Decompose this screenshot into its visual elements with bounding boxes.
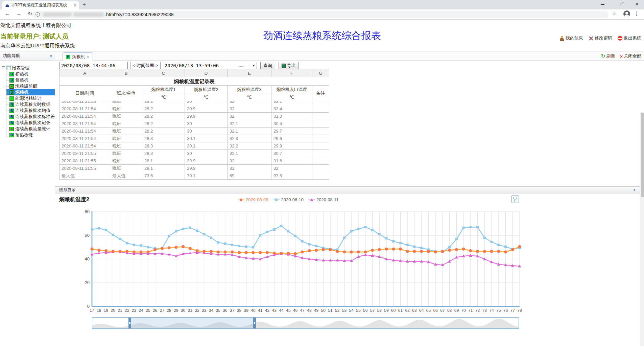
logout-link[interactable]: 退出系统 <box>618 35 641 41</box>
brush-selected-range[interactable] <box>130 318 255 328</box>
table-cell: 2020-08-11 21:54 <box>59 135 110 142</box>
tab-close-icon[interactable]: × <box>87 54 90 60</box>
change-password-link[interactable]: 修改密码 <box>589 35 612 41</box>
end-time-input[interactable] <box>163 62 233 69</box>
report-node-icon <box>9 96 14 101</box>
my-info-label: 我的信息 <box>566 35 583 41</box>
person-icon <box>559 36 564 41</box>
tree-expander-icon[interactable] <box>2 66 5 69</box>
table-row: 2020-08-11 21:55晚班28.33032.130.7 <box>59 150 329 157</box>
start-time-input[interactable] <box>59 62 128 69</box>
sidebar-item[interactable]: B预热板链 <box>6 132 55 138</box>
forward-icon[interactable]: → <box>16 10 22 17</box>
close-all-button[interactable]: × 关闭全部 <box>620 53 641 59</box>
interval-dropdown[interactable]: ...... ▼ <box>236 62 257 69</box>
table-cell: 29.9 <box>185 105 228 113</box>
tree-root-report-management[interactable]: 报表管理 <box>2 65 55 71</box>
sidebar-item[interactable]: 连续蒸粮流量统计 <box>6 126 55 132</box>
scrollbar-thumb[interactable] <box>641 113 644 197</box>
table-cell: 晚班 <box>110 128 142 135</box>
time-range-label: <-时间范围-> <box>130 62 161 69</box>
brush-right-handle[interactable] <box>253 318 256 328</box>
svg-text:41: 41 <box>258 308 263 313</box>
refresh-button[interactable]: ↻ 刷新 <box>601 53 615 59</box>
close-all-icon: × <box>620 53 623 59</box>
window-restore-button[interactable] <box>615 0 628 9</box>
table-cell: 29.6 <box>271 135 312 142</box>
sidebar-item[interactable]: 能源消耗统计 <box>6 95 55 101</box>
table-row: 2020-08-11 21:55晚班28.129.93232 <box>59 165 329 172</box>
site-info-icon[interactable]: i <box>35 12 40 17</box>
legend-marker-triangle <box>308 198 315 202</box>
table-cell: 30 <box>185 120 228 128</box>
legend-item[interactable]: 2020-08-11 <box>308 197 339 202</box>
collapse-chevrons-icon[interactable]: » <box>632 189 637 191</box>
sidebar-item[interactable]: B连续蒸粮批次均值 <box>6 108 55 114</box>
graph-display-bar[interactable]: 图形显示 » <box>55 186 640 193</box>
table-cell: 29.7 <box>271 128 312 135</box>
legend-item[interactable]: 2020-08-10 <box>273 197 304 202</box>
excel-icon <box>282 64 286 68</box>
table-cell: 28.2 <box>142 113 185 120</box>
back-icon[interactable]: ← <box>5 10 10 17</box>
table-cell: 晚班 <box>110 101 142 105</box>
reload-icon[interactable]: ↻ <box>28 10 32 17</box>
col-letter: B <box>110 69 142 77</box>
profile-avatar[interactable] <box>623 10 630 17</box>
table-cell: 28.1 <box>142 165 185 172</box>
svg-text:52: 52 <box>335 308 340 313</box>
table-cell <box>312 135 329 142</box>
table-cell: 2020-08-11 21:54 <box>59 105 110 113</box>
table-cell: 28.2 <box>142 105 185 113</box>
sidebar-item[interactable]: 泡粮罐前部 <box>6 83 55 89</box>
sidebar-item[interactable]: B初蒸机 <box>6 71 55 77</box>
sidebar-item-label: 焖粮机 <box>15 89 28 95</box>
window-close-button[interactable]: × <box>630 0 644 9</box>
dropdown-value: ...... <box>238 63 244 68</box>
tab-close-icon[interactable]: × <box>74 3 76 8</box>
svg-text:36: 36 <box>223 308 228 313</box>
table-row: 2020-08-11 21:54晚班28.229.93232.4 <box>59 105 329 113</box>
browser-tab[interactable]: URPT免编程工业通用报表系统 × <box>2 1 79 9</box>
sidebar-item[interactable]: R连续蒸粮实时数据 <box>6 101 55 108</box>
bookmark-star-icon[interactable]: ☆ <box>612 10 616 17</box>
svg-text:61: 61 <box>398 308 403 313</box>
datazoom-brush[interactable] <box>92 317 519 329</box>
brush-left-handle[interactable] <box>128 318 131 328</box>
unit-cell: ℃ <box>142 93 185 101</box>
sidebar-item-label: 连续蒸粮实时数据 <box>15 101 50 108</box>
svg-text:26: 26 <box>153 308 158 313</box>
new-tab-button[interactable]: + <box>82 1 86 8</box>
tab-menliangji[interactable]: B 焖粮机 × <box>63 52 93 61</box>
query-button[interactable]: 查询 <box>260 62 275 69</box>
sidebar-item[interactable]: B连续蒸粮批次标准差 <box>6 114 55 120</box>
table-cell: 最大值 <box>110 172 142 180</box>
sidebar-item[interactable]: B复蒸机 <box>6 77 55 83</box>
table-cell: 2020-08-11 21:54 <box>59 142 110 150</box>
table-cell: 28.3 <box>142 142 185 150</box>
logout-label: 退出系统 <box>624 35 641 41</box>
sidebar-item[interactable]: B连续蒸粮批次记录 <box>6 120 55 126</box>
url-bar[interactable]: i .html?xyz=0.8339242686229038 <box>32 11 609 18</box>
col-letter: D <box>185 69 228 77</box>
export-button[interactable]: 导出 <box>279 62 299 69</box>
table-cell: 32.4 <box>271 105 312 113</box>
company-name: 湖北天恒凯程系统工程有限公司 <box>0 22 71 29</box>
svg-text:70: 70 <box>461 308 466 313</box>
vertical-scrollbar[interactable] <box>640 112 644 346</box>
sidebar-item[interactable]: B焖粮机 <box>6 89 55 95</box>
sidebar-item-label: 复蒸机 <box>15 77 28 83</box>
svg-text:19: 19 <box>104 308 109 313</box>
svg-text:0: 0 <box>87 304 90 309</box>
sidebar-collapse-icon[interactable]: « <box>49 53 52 59</box>
svg-text:21: 21 <box>118 308 122 313</box>
browser-menu-icon[interactable] <box>636 11 637 17</box>
table-cell: 29.9 <box>185 157 228 165</box>
table-cell: 2020-08-11 21:54 <box>59 113 110 120</box>
legend-item[interactable]: 2020-08-09 <box>238 197 268 202</box>
save-image-icon[interactable] <box>511 195 519 203</box>
my-info-link[interactable]: 我的信息 <box>559 35 583 41</box>
table-cell: 2020-08-11 21:54 <box>59 128 110 135</box>
window-minimize-button[interactable] <box>596 0 609 9</box>
svg-text:57: 57 <box>370 308 375 313</box>
